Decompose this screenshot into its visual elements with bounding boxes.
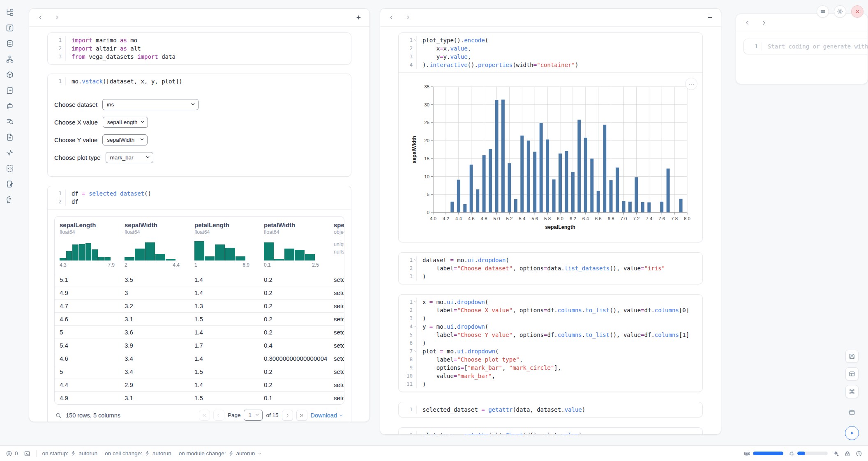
- sidebar-item-file-text[interactable]: [3, 131, 16, 144]
- table-row[interactable]: 53.41.50.2setosa: [55, 365, 344, 378]
- next-column-button[interactable]: [402, 12, 413, 23]
- ai-assist-button[interactable]: [833, 450, 839, 457]
- add-cell-button[interactable]: [353, 12, 364, 23]
- code-text[interactable]: options=["mark_bar", "mark_circle"],: [417, 364, 561, 372]
- code-editor-placeholder[interactable]: Start coding or generate with AI.: [762, 42, 868, 51]
- prev-page-button[interactable]: [213, 410, 224, 421]
- cell-dataframe[interactable]: 1df = selected_dataset()2df sepalLengthf…: [47, 186, 351, 422]
- table-row[interactable]: 4.63.11.50.2setosa: [55, 312, 344, 325]
- code-text[interactable]: plot_type().encode(: [417, 36, 488, 44]
- cell-plot[interactable]: 1plot_type().encode(2 x=x.value,3 y=y.va…: [398, 32, 703, 242]
- download-button[interactable]: Download: [311, 412, 344, 419]
- code-text[interactable]: ): [417, 272, 426, 281]
- bar-chart[interactable]: 4.04.24.44.64.85.05.25.45.65.86.06.26.46…: [410, 82, 694, 235]
- code-text[interactable]: selected_dataset = getattr(data, dataset…: [417, 406, 585, 414]
- next-column-button[interactable]: [51, 12, 62, 23]
- cell-empty[interactable]: 1 Start coding or generate with AI.: [743, 39, 868, 54]
- column-header-petalWidth[interactable]: petalWidthfloat640.12.5: [259, 217, 329, 273]
- sidebar-item-file-tree[interactable]: [3, 6, 16, 19]
- column-header-species[interactable]: speciesobjectuniquenulls:: [329, 217, 344, 273]
- fold-chevron-icon[interactable]: [413, 258, 417, 262]
- fold-chevron-icon[interactable]: [413, 300, 417, 304]
- layout-button[interactable]: [845, 367, 859, 380]
- y-value-select[interactable]: sepalWidth: [102, 134, 148, 145]
- column-header-sepalLength[interactable]: sepalLengthfloat644.37.9: [55, 217, 120, 273]
- code-text[interactable]: ): [417, 380, 426, 388]
- table-row[interactable]: 4.93.11.50.1setosa: [55, 391, 344, 404]
- table-row[interactable]: 4.63.41.40.30000000000000004setosa: [55, 352, 344, 365]
- code-text[interactable]: y=y.value,: [417, 53, 471, 61]
- autorun-setting[interactable]: on cell change:autorun: [105, 450, 171, 456]
- autorun-setting[interactable]: on module change:autorun: [179, 450, 263, 456]
- code-text[interactable]: label="Choose X value", options=df.colum…: [417, 306, 689, 314]
- autorun-setting[interactable]: on startup:autorun: [42, 450, 98, 456]
- code-text[interactable]: plot = mo.ui.dropdown(: [417, 347, 499, 355]
- table-row[interactable]: 5.43.91.70.4setosa: [55, 339, 344, 352]
- code-text[interactable]: ).interactive().properties(width="contai…: [417, 61, 578, 69]
- table-row[interactable]: 53.61.40.2setosa: [55, 325, 344, 339]
- table-row[interactable]: 5.13.51.40.2setosa: [55, 273, 344, 286]
- code-text[interactable]: label="Choose plot type",: [417, 355, 523, 364]
- code-text[interactable]: x=x.value,: [417, 44, 471, 53]
- last-page-button[interactable]: [296, 410, 307, 421]
- next-page-button[interactable]: [282, 410, 293, 421]
- code-text[interactable]: label="Choose dataset", options=data.lis…: [417, 264, 665, 272]
- code-text[interactable]: label="Choose Y value", options=df.colum…: [417, 331, 689, 339]
- cell-vstack[interactable]: 1mo.vstack([dataset, x, y, plot]) Choose…: [47, 74, 351, 177]
- table-row[interactable]: 4.73.21.30.2setosa: [55, 299, 344, 312]
- code-text[interactable]: plot_type = getattr(alt.Chart(df), plot.…: [417, 431, 582, 435]
- page-select[interactable]: 1: [244, 410, 263, 421]
- sidebar-item-notebook-pen[interactable]: [3, 177, 16, 191]
- sidebar-item-bot-message[interactable]: [3, 99, 16, 113]
- dataset-select[interactable]: iris: [102, 99, 199, 110]
- table-row[interactable]: 4.42.91.40.2setosa: [55, 378, 344, 391]
- fold-chevron-icon[interactable]: [413, 325, 417, 328]
- generate-link[interactable]: generate: [823, 43, 851, 50]
- cell-dataset-dropdown[interactable]: 1dataset = mo.ui.dropdown(2 label="Choos…: [398, 252, 703, 284]
- sidebar-item-list-search[interactable]: [3, 115, 16, 128]
- prev-column-button[interactable]: [386, 12, 397, 23]
- code-text[interactable]: ): [417, 339, 426, 347]
- plot-type-select[interactable]: mark_bar: [106, 152, 153, 163]
- cell-xy-plot-dropdowns[interactable]: 1x = mo.ui.dropdown(2 label="Choose X va…: [398, 294, 703, 392]
- code-text[interactable]: from vega_datasets import data: [66, 53, 175, 61]
- menu-button[interactable]: [817, 5, 829, 18]
- cell-imports[interactable]: 1import marimo as mo2import altair as al…: [47, 32, 351, 65]
- code-text[interactable]: mo.vstack([dataset, x, y, plot]): [66, 77, 182, 85]
- code-text[interactable]: dataset = mo.ui.dropdown(: [417, 256, 509, 264]
- settings-button[interactable]: [834, 5, 846, 18]
- code-text[interactable]: df = selected_dataset(): [66, 189, 151, 198]
- code-text[interactable]: import marimo as mo: [66, 36, 137, 44]
- table-row[interactable]: 4.931.40.2setosa: [55, 286, 344, 299]
- code-text[interactable]: y = mo.ui.dropdown(: [417, 323, 488, 331]
- sidebar-item-scroll[interactable]: [3, 84, 16, 97]
- first-page-button[interactable]: [199, 410, 210, 421]
- code-text[interactable]: x = mo.ui.dropdown(: [417, 298, 488, 306]
- error-indicator[interactable]: 0: [6, 450, 18, 457]
- sidebar-item-function-square[interactable]: [3, 21, 16, 35]
- save-button[interactable]: [845, 350, 859, 363]
- column-header-petalLength[interactable]: petalLengthfloat6416.9: [189, 217, 259, 273]
- sidebar-item-database[interactable]: [3, 37, 16, 50]
- close-button[interactable]: [851, 5, 863, 18]
- add-cell-button[interactable]: [704, 12, 715, 23]
- history-button[interactable]: [856, 450, 862, 457]
- sidebar-item-code-snippet[interactable]: [3, 162, 16, 175]
- search-icon[interactable]: [55, 412, 62, 419]
- app-view-button[interactable]: [845, 406, 859, 419]
- terminal-toggle[interactable]: [24, 450, 30, 457]
- sidebar-item-network[interactable]: [3, 53, 16, 66]
- prev-column-button[interactable]: [35, 12, 46, 23]
- cell-selected-dataset[interactable]: 1selected_dataset = getattr(data, datase…: [398, 402, 703, 417]
- fold-chevron-icon[interactable]: [413, 38, 417, 42]
- lock-button[interactable]: [844, 450, 851, 457]
- fold-chevron-icon[interactable]: [413, 349, 417, 353]
- code-text[interactable]: ): [417, 314, 426, 323]
- sidebar-item-activity[interactable]: [3, 146, 16, 159]
- sidebar-item-package[interactable]: [3, 68, 16, 81]
- shortcuts-button[interactable]: [845, 385, 859, 398]
- sidebar-item-help-circle[interactable]: [3, 193, 16, 206]
- next-column-button[interactable]: [758, 18, 769, 28]
- code-text[interactable]: value="mark_bar",: [417, 372, 495, 380]
- run-button[interactable]: [845, 426, 859, 440]
